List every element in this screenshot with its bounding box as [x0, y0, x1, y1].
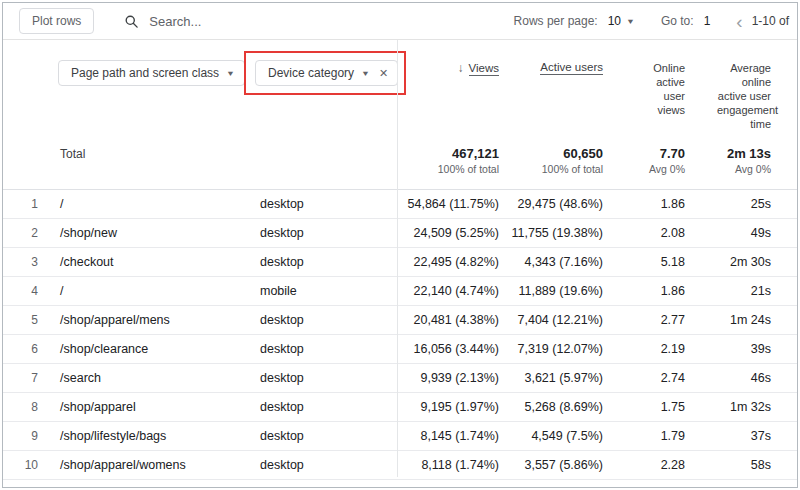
row-number: 7 — [3, 371, 47, 385]
row-number: 9 — [3, 429, 47, 443]
page-path-cell: /shop/new — [47, 226, 247, 240]
views-cell: 9,939 (2.13%) — [397, 371, 503, 385]
device-category-cell: desktop — [247, 400, 397, 414]
column-header-avg-engagement-time[interactable]: Average online active user engagement ti… — [693, 40, 797, 131]
table-row: 3/checkoutdesktop22,495 (4.82%)4,343 (7.… — [3, 248, 797, 277]
engagement-cell: 25s — [693, 197, 797, 211]
totals-active-users: 60,650 — [503, 146, 603, 162]
totals-online-views: 7.70 — [607, 146, 685, 162]
page-path-cell: /shop/apparel — [47, 400, 247, 414]
online-views-cell: 1.86 — [607, 197, 693, 211]
active-users-cell: 4,549 (7.5%) — [503, 429, 607, 443]
device-category-cell: desktop — [247, 255, 397, 269]
go-to-label: Go to: — [661, 14, 694, 28]
active-users-cell: 3,557 (5.86%) — [503, 458, 607, 472]
column-divider — [397, 40, 398, 477]
secondary-dimension-label: Device category — [268, 66, 354, 80]
totals-label: Total — [47, 146, 247, 162]
table-header: Page path and screen class ▼ Device cate… — [3, 40, 797, 190]
secondary-dimension-dropdown[interactable]: Device category ▼ ✕ — [255, 60, 398, 86]
totals-views-pct: 100% of total — [397, 162, 499, 177]
search-input[interactable]: Search... — [124, 14, 201, 29]
rows-per-page-label: Rows per page: — [514, 14, 598, 28]
primary-dimension-dropdown[interactable]: Page path and screen class ▼ — [58, 60, 245, 86]
views-cell: 16,056 (3.44%) — [397, 342, 503, 356]
rows-per-page-select[interactable]: 10 — [608, 14, 621, 28]
table-row: 10/shop/apparel/womensdesktop8,118 (1.74… — [3, 451, 797, 480]
online-views-cell: 2.74 — [607, 371, 693, 385]
active-users-cell: 7,404 (12.21%) — [503, 313, 607, 327]
views-cell: 9,195 (1.97%) — [397, 400, 503, 414]
table-row: 7/searchdesktop9,939 (2.13%)3,621 (5.97%… — [3, 364, 797, 393]
table-row: 8/shop/appareldesktop9,195 (1.97%)5,268 … — [3, 393, 797, 422]
online-views-cell: 2.08 — [607, 226, 693, 240]
table-row: 5/shop/apparel/mensdesktop20,481 (4.38%)… — [3, 306, 797, 335]
table-row: 6/shop/clearancedesktop16,056 (3.44%)7,3… — [3, 335, 797, 364]
analytics-report-table: Plot rows Search... Rows per page: 10 ▼ … — [2, 2, 798, 488]
table-row: 9/shop/lifestyle/bagsdesktop8,145 (1.74%… — [3, 422, 797, 451]
views-cell: 22,495 (4.82%) — [397, 255, 503, 269]
totals-engagement: 2m 13s — [693, 146, 771, 162]
row-number: 8 — [3, 400, 47, 414]
online-views-cell: 1.75 — [607, 400, 693, 414]
row-number: 10 — [3, 458, 47, 472]
page-path-cell: /shop/apparel/mens — [47, 313, 247, 327]
engagement-cell: 46s — [693, 371, 797, 385]
page-range-label: 1-10 of — [752, 14, 789, 28]
online-views-cell: 2.77 — [607, 313, 693, 327]
views-cell: 24,509 (5.25%) — [397, 226, 503, 240]
engagement-cell: 37s — [693, 429, 797, 443]
online-views-cell: 1.86 — [607, 284, 693, 298]
engagement-cell: 49s — [693, 226, 797, 240]
column-header-views[interactable]: ↓Views — [397, 40, 503, 75]
go-to-input[interactable]: 1 — [704, 14, 711, 28]
search-icon — [124, 14, 139, 29]
chevron-down-icon: ▼ — [361, 69, 370, 78]
views-cell: 22,140 (4.74%) — [397, 284, 503, 298]
active-users-cell: 29,475 (48.6%) — [503, 197, 607, 211]
chevron-down-icon[interactable]: ▼ — [626, 17, 635, 26]
sort-descending-icon: ↓ — [458, 61, 464, 75]
views-cell: 54,864 (11.75%) — [397, 197, 503, 211]
device-category-cell: desktop — [247, 429, 397, 443]
row-number: 5 — [3, 313, 47, 327]
active-users-cell: 3,621 (5.97%) — [503, 371, 607, 385]
views-cell: 20,481 (4.38%) — [397, 313, 503, 327]
active-users-cell: 5,268 (8.69%) — [503, 400, 607, 414]
table-body: 1/desktop54,864 (11.75%)29,475 (48.6%)1.… — [3, 190, 797, 480]
plot-rows-button[interactable]: Plot rows — [19, 8, 94, 34]
device-category-cell: desktop — [247, 226, 397, 240]
dimension-selectors: Page path and screen class ▼ Device cate… — [3, 40, 397, 86]
chevron-down-icon: ▼ — [226, 69, 235, 78]
engagement-cell: 39s — [693, 342, 797, 356]
totals-row: Total 467,121 100% of total 60,650 100% … — [3, 144, 797, 189]
pagination-controls: Rows per page: 10 ▼ Go to: 1 ‹ 1-10 of — [514, 12, 789, 31]
page-path-cell: /search — [47, 371, 247, 385]
chevron-left-icon[interactable]: ‹ — [736, 12, 742, 31]
row-number: 3 — [3, 255, 47, 269]
totals-active-users-pct: 100% of total — [503, 162, 603, 177]
device-category-cell: desktop — [247, 342, 397, 356]
remove-dimension-icon[interactable]: ✕ — [379, 67, 388, 80]
engagement-cell: 2m 30s — [693, 255, 797, 269]
page-path-cell: / — [47, 197, 247, 211]
search-placeholder: Search... — [149, 14, 201, 29]
table-row: 1/desktop54,864 (11.75%)29,475 (48.6%)1.… — [3, 190, 797, 219]
page-path-cell: /shop/clearance — [47, 342, 247, 356]
table-row: 2/shop/newdesktop24,509 (5.25%)11,755 (1… — [3, 219, 797, 248]
totals-online-views-avg: Avg 0% — [607, 162, 685, 177]
page-path-cell: /shop/apparel/womens — [47, 458, 247, 472]
device-category-cell: desktop — [247, 313, 397, 327]
engagement-cell: 1m 32s — [693, 400, 797, 414]
column-header-online-active-user-views[interactable]: Online active user views — [607, 40, 693, 117]
device-category-cell: mobile — [247, 284, 397, 298]
row-number: 1 — [3, 197, 47, 211]
totals-views: 467,121 — [397, 146, 499, 162]
online-views-cell: 5.18 — [607, 255, 693, 269]
device-category-cell: desktop — [247, 458, 397, 472]
primary-dimension-label: Page path and screen class — [71, 66, 219, 80]
row-number: 2 — [3, 226, 47, 240]
engagement-cell: 58s — [693, 458, 797, 472]
column-header-active-users[interactable]: Active users — [503, 40, 607, 73]
table-row: 4/mobile22,140 (4.74%)11,889 (19.6%)1.86… — [3, 277, 797, 306]
